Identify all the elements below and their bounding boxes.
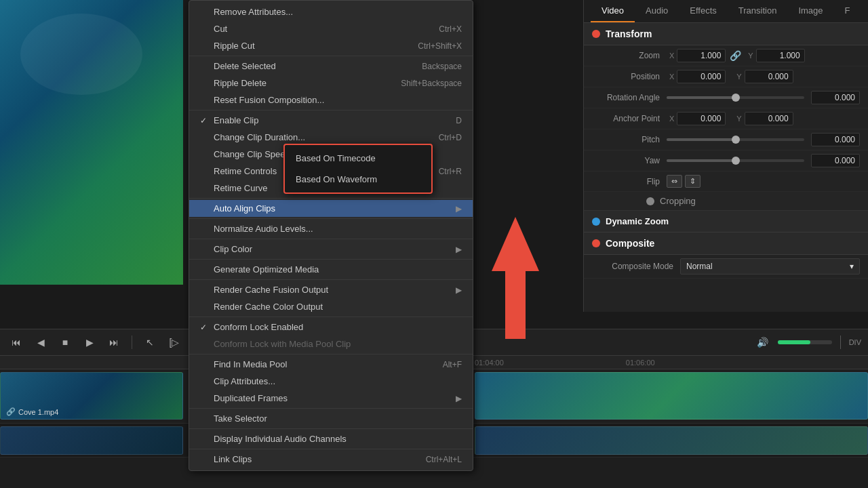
flip-horizontal-button[interactable]: ⇔ (667, 175, 682, 188)
step-back-button[interactable]: ◀ (31, 333, 50, 352)
menu-item-clip-attributes[interactable]: Clip Attributes... (189, 373, 473, 390)
play-button[interactable]: ▶ (80, 333, 99, 352)
transform-section-header: Transform (584, 23, 868, 45)
link-icon[interactable]: 🔗 (730, 50, 741, 61)
menu-arrow-auto-align-clips: ▶ (456, 204, 462, 214)
menu-label-change-clip-duration: Change Clip Duration... (214, 132, 305, 142)
menu-label-enable-clip: Enable Clip (214, 115, 259, 125)
rotation-slider[interactable] (667, 96, 804, 99)
zoom-x-input[interactable] (677, 49, 726, 62)
composite-mode-select[interactable]: Normal ▾ (680, 258, 860, 274)
rotation-label: Rotation Angle (592, 93, 667, 102)
pitch-row: Pitch (584, 129, 868, 150)
inspector-content: Transform Zoom X 🔗 Y Position X Y Rotati… (584, 23, 868, 279)
menu-item-ripple-cut[interactable]: Ripple CutCtrl+Shift+X (189, 37, 473, 54)
menu-shortcut-retime-controls: Ctrl+R (439, 167, 462, 176)
anchor-y-label: Y (736, 115, 741, 123)
menu-separator (189, 408, 473, 409)
menu-item-cut[interactable]: CutCtrl+X (189, 20, 473, 37)
menu-item-duplicated-frames[interactable]: Duplicated Frames▶ (189, 390, 473, 407)
menu-label-clip-color: Clip Color (214, 244, 252, 254)
menu-item-display-audio[interactable]: Display Individual Audio Channels (189, 430, 473, 447)
tab-transition[interactable]: Transition (728, 0, 788, 22)
video-preview (0, 0, 183, 285)
menu-item-auto-align-clips[interactable]: Auto Align Clips▶ (189, 200, 473, 217)
flip-vertical-button[interactable]: ⇕ (685, 175, 701, 188)
menu-item-link-clips[interactable]: Link ClipsCtrl+Alt+L (189, 451, 473, 468)
pitch-input[interactable] (811, 133, 860, 146)
composite-mode-row: Composite Mode Normal ▾ (584, 255, 868, 279)
menu-separator (189, 354, 473, 354)
menu-item-delete-selected[interactable]: Delete SelectedBackspace (189, 58, 473, 75)
menu-item-find-in-pool[interactable]: Find In Media PoolAlt+F (189, 356, 473, 373)
yaw-slider[interactable] (667, 159, 804, 162)
rotation-input[interactable] (811, 91, 860, 104)
rotation-row: Rotation Angle (584, 87, 868, 108)
menu-label-ripple-cut: Ripple Cut (214, 41, 255, 51)
menu-item-take-selector[interactable]: Take Selector (189, 410, 473, 427)
menu-label-find-in-pool: Find In Media Pool (214, 359, 287, 369)
menu-shortcut-delete-selected: Backspace (422, 62, 462, 71)
tab-image[interactable]: Image (787, 0, 833, 22)
pitch-slider[interactable] (667, 138, 804, 141)
menu-separator (189, 218, 473, 219)
tab-effects[interactable]: Effects (679, 0, 728, 22)
menu-separator (189, 317, 473, 317)
menu-item-remove-attributes[interactable]: Remove Attributes... (189, 3, 473, 20)
context-menu: Remove Attributes...CutCtrl+XRipple CutC… (189, 0, 473, 471)
arrow-annotation (475, 217, 556, 341)
transform-enabled-dot[interactable] (592, 30, 600, 38)
menu-item-conform-lock[interactable]: ✓Conform Lock Enabled (189, 319, 473, 336)
go-to-start-button[interactable]: ⏮ (7, 333, 26, 352)
cropping-dot (646, 197, 654, 205)
menu-separator (189, 56, 473, 56)
video-clip-left[interactable]: 🔗 Cove 1.mp4 (0, 372, 183, 420)
video-clip-right[interactable] (475, 372, 868, 420)
menu-item-reset-fusion[interactable]: Reset Fusion Composition... (189, 92, 473, 108)
submenu-item-based-on-timecode[interactable]: Based On Timecode (285, 148, 431, 169)
menu-separator (189, 198, 473, 199)
select-tool-button[interactable]: ↖ (140, 333, 159, 352)
menu-separator (189, 259, 473, 260)
position-x-input[interactable] (677, 70, 726, 83)
stop-button[interactable]: ■ (56, 333, 75, 352)
submenu-item-based-on-waveform[interactable]: Based On Waveform (285, 169, 431, 190)
zoom-row: Zoom X 🔗 Y (584, 45, 868, 66)
position-y-input[interactable] (745, 70, 793, 83)
zoom-label: Zoom (592, 51, 667, 60)
zoom-y-label: Y (748, 52, 753, 60)
menu-item-normalize-audio[interactable]: Normalize Audio Levels... (189, 220, 473, 237)
anchor-x-input[interactable] (677, 112, 726, 125)
tab-audio[interactable]: Audio (635, 0, 679, 22)
tab-extra[interactable]: F (834, 0, 861, 22)
menu-separator (189, 449, 473, 449)
menu-item-enable-clip[interactable]: ✓Enable ClipD (189, 112, 473, 129)
menu-label-retime-curve: Retime Curve (214, 183, 267, 193)
audio-meter-button[interactable]: 🔊 (753, 333, 772, 352)
position-row: Position X Y (584, 66, 868, 87)
menu-arrow-duplicated-frames: ▶ (456, 394, 462, 403)
menu-check-enable-clip: ✓ (200, 116, 211, 125)
menu-shortcut-enable-clip: D (456, 116, 462, 125)
pitch-label: Pitch (592, 135, 667, 144)
go-to-end-button[interactable]: ⏭ (104, 333, 123, 352)
menu-arrow-clip-color: ▶ (456, 245, 462, 254)
composite-dot[interactable] (592, 239, 600, 247)
inspector-panel: Video Audio Effects Transition Image F T… (583, 0, 868, 312)
menu-item-render-cache-fusion[interactable]: Render Cache Fusion Output▶ (189, 281, 473, 298)
anchor-x-label: X (669, 115, 674, 123)
dynamic-zoom-dot (592, 218, 600, 226)
menu-item-generate-optimized[interactable]: Generate Optimized Media (189, 261, 473, 278)
zoom-y-input[interactable] (756, 49, 805, 62)
tab-video[interactable]: Video (591, 0, 635, 22)
flip-row: Flip ⇔ ⇕ (584, 171, 868, 192)
pos-y-label: Y (736, 73, 741, 81)
menu-item-clip-color[interactable]: Clip Color▶ (189, 241, 473, 258)
yaw-input[interactable] (811, 154, 860, 167)
menu-item-render-cache-color[interactable]: Render Cache Color Output (189, 298, 473, 315)
menu-label-take-selector: Take Selector (214, 413, 267, 424)
trim-start-button[interactable]: [▷ (165, 333, 184, 352)
anchor-y-input[interactable] (745, 112, 793, 125)
menu-item-ripple-delete[interactable]: Ripple DeleteShift+Backspace (189, 75, 473, 92)
menu-shortcut-link-clips: Ctrl+Alt+L (426, 455, 462, 464)
